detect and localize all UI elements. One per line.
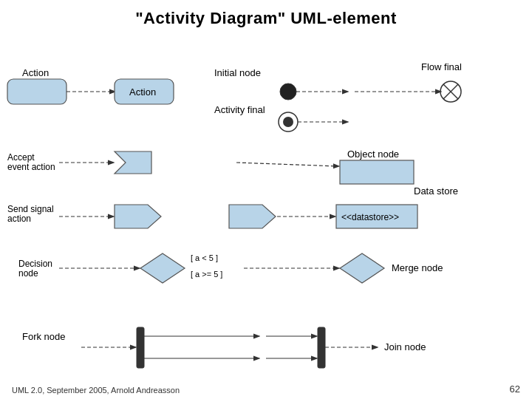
page-number: 62	[510, 383, 520, 395]
accept-event-label: Accept	[7, 152, 35, 163]
activity-final-label: Activity final	[214, 104, 265, 115]
data-store-right-label: Data store	[414, 185, 458, 197]
merge-diamond	[340, 253, 384, 283]
decision-diamond	[140, 253, 185, 283]
send-signal-shape	[115, 205, 161, 228]
diagram-svg: Action Action Initial node Flow final Ac…	[0, 33, 532, 399]
action-left-label: Action	[22, 67, 49, 78]
send-signal-label: Send signal	[7, 204, 54, 214]
join-node-label: Join node	[384, 341, 426, 352]
join-bar	[318, 327, 325, 368]
action-center-label: Action	[129, 86, 156, 98]
fork-node-label: Fork node	[22, 331, 66, 342]
accept-event-shape	[115, 151, 151, 174]
send-signal-shape2	[229, 205, 276, 228]
footer-citation: UML 2.0, September 2005, Arnold Andreass…	[12, 386, 180, 395]
object-node-label: Object node	[347, 149, 399, 160]
decision-label-line2: node	[18, 268, 38, 279]
guard2-label: [ a >= 5 ]	[191, 270, 222, 279]
flow-final-label: Flow final	[421, 61, 462, 72]
initial-node-circle	[280, 83, 296, 100]
guard1-label: [ a < 5 ]	[191, 253, 218, 262]
page: "Activity Diagram" UML-element Action Ac…	[0, 0, 532, 399]
action-left-box	[7, 79, 66, 104]
page-title: "Activity Diagram" UML-element	[0, 0, 532, 28]
datastore-label: <<datastore>>	[341, 212, 399, 222]
activity-final-inner	[283, 117, 293, 127]
decision-label-line1: Decision	[18, 259, 52, 269]
fork-bar	[137, 327, 144, 368]
send-signal-label2: action	[7, 214, 31, 224]
arrow-to-object-node	[236, 163, 338, 166]
merge-node-label: Merge node	[392, 262, 443, 273]
object-node-box	[340, 160, 414, 184]
accept-event-label2: event action	[7, 162, 55, 172]
initial-node-label: Initial node	[214, 67, 261, 78]
